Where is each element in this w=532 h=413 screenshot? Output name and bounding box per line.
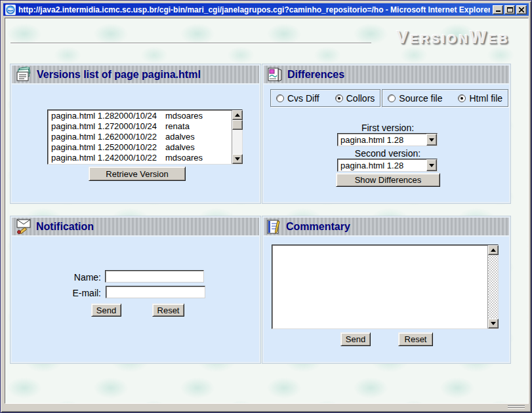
- version-row[interactable]: pagina.html 1.27 2000/10/24 renata: [49, 121, 231, 132]
- first-version-dropdown-button[interactable]: [426, 134, 437, 146]
- second-version-value: pagina.html 1.28: [338, 161, 426, 170]
- differences-panel-body: Cvs Diff Collors Source file Html file F…: [264, 86, 509, 202]
- scroll-up-button[interactable]: [232, 110, 243, 120]
- retrieve-version-button[interactable]: Retrieve Version: [89, 167, 186, 181]
- differences-panel-header: Differences: [264, 66, 509, 85]
- version-date: 2000/10/22: [114, 153, 165, 163]
- version-date: 2000/10/24: [114, 121, 165, 132]
- minimize-icon: [496, 10, 501, 12]
- arrow-down-icon: [235, 157, 240, 161]
- commentary-reset-button[interactable]: Reset: [398, 332, 433, 346]
- notification-panel-body: Name: E-mail: Send Reset: [12, 238, 259, 362]
- arrow-up-icon: [235, 113, 240, 117]
- internet-explorer-icon: [5, 5, 16, 15]
- close-icon: [519, 7, 524, 12]
- close-button[interactable]: [516, 5, 527, 14]
- notification-panel: Notification Name: E-mail: Send Reset: [10, 216, 260, 363]
- commentary-send-button[interactable]: Send: [340, 332, 371, 346]
- version-date: 2000/10/22: [114, 142, 165, 153]
- page-content: VersionWeb Versions list of page pagina.…: [5, 18, 529, 404]
- versions-scrollbar[interactable]: [232, 110, 242, 164]
- version-file: pagina.html 1.28: [51, 111, 114, 121]
- version-user: mdsoares: [165, 153, 231, 163]
- notification-mail-icon: [15, 219, 31, 234]
- notification-panel-header: Notification: [12, 218, 259, 237]
- version-user: adalves: [165, 142, 231, 153]
- arrow-up-icon: [491, 248, 496, 252]
- arrow-down-icon: [491, 322, 496, 325]
- commentary-panel-body: Send Reset: [264, 238, 509, 362]
- radio-html-file-label: Html file: [469, 93, 502, 104]
- chevron-down-icon: [429, 164, 434, 167]
- commentary-textarea-frame: [272, 245, 499, 329]
- title-bar[interactable]: http://java2.intermidia.icmc.sc.usp.br/c…: [3, 3, 529, 16]
- diff-mode-group: Cvs Diff Collors: [270, 89, 380, 107]
- version-row[interactable]: pagina.html 1.26 2000/10/22 adalves: [49, 132, 231, 142]
- version-row[interactable]: pagina.html 1.25 2000/10/22 adalves: [49, 142, 231, 153]
- maximize-icon: [507, 7, 513, 12]
- version-file: pagina.html 1.25: [51, 142, 114, 153]
- commentary-textarea[interactable]: [273, 246, 487, 328]
- scroll-down-button[interactable]: [232, 154, 243, 164]
- versionweb-logo: VersionWeb: [396, 28, 510, 48]
- scroll-down-button[interactable]: [488, 319, 499, 328]
- window-controls: [493, 5, 527, 14]
- first-version-value: pagina.html 1.28: [338, 135, 426, 145]
- radio-html-file[interactable]: [458, 94, 466, 102]
- version-row[interactable]: pagina.html 1.28 2000/10/24 mdsoares: [49, 111, 231, 121]
- version-file: pagina.html 1.26: [51, 132, 114, 142]
- notification-send-button[interactable]: Send: [91, 304, 121, 317]
- version-row[interactable]: pagina.html 1.24 2000/10/22 mdsoares: [49, 153, 231, 163]
- second-version-select[interactable]: pagina.html 1.28: [337, 159, 438, 172]
- commentary-note-icon: [267, 219, 281, 235]
- email-label: E-mail:: [12, 288, 101, 298]
- version-date: 2000/10/24: [114, 111, 165, 121]
- notification-panel-title: Notification: [36, 221, 94, 233]
- versions-panel-body: pagina.html 1.28 2000/10/24 mdsoares pag…: [12, 86, 259, 202]
- maximize-button[interactable]: [504, 5, 515, 14]
- versions-listbox[interactable]: pagina.html 1.28 2000/10/24 mdsoares pag…: [47, 109, 243, 165]
- radio-source-file-label: Source file: [399, 93, 442, 104]
- radio-collors-label: Collors: [346, 93, 375, 104]
- commentary-scrollbar[interactable]: [487, 245, 498, 328]
- differences-picture-icon: [267, 67, 283, 83]
- first-version-label: First version:: [329, 123, 446, 133]
- radio-cvs-diff-label: Cvs Diff: [287, 93, 319, 104]
- scrollbar-thumb[interactable]: [232, 120, 243, 130]
- email-field[interactable]: [106, 286, 205, 298]
- name-label: Name:: [12, 272, 101, 283]
- version-user: adalves: [165, 132, 231, 142]
- diff-options: Cvs Diff Collors Source file Html file: [270, 89, 508, 107]
- header-rule: [10, 43, 371, 44]
- second-version-dropdown-button[interactable]: [426, 159, 437, 171]
- second-version-label: Second version:: [329, 148, 446, 159]
- first-version-select[interactable]: pagina.html 1.28: [337, 133, 438, 146]
- radio-source-file[interactable]: [388, 94, 396, 102]
- differences-panel-title: Differences: [287, 69, 344, 81]
- diff-output-group: Source file Html file: [382, 89, 508, 107]
- version-user: mdsoares: [165, 111, 231, 121]
- notification-reset-button[interactable]: Reset: [152, 304, 184, 317]
- radio-cvs-diff[interactable]: [276, 94, 284, 102]
- versions-list-rows: pagina.html 1.28 2000/10/24 mdsoares pag…: [49, 111, 231, 163]
- window-title: http://java2.intermidia.icmc.sc.usp.br/c…: [18, 5, 490, 14]
- differences-panel: Differences Cvs Diff Collors Source file: [262, 64, 510, 203]
- scroll-up-button[interactable]: [488, 245, 499, 255]
- versions-panel: Versions list of page pagina.html pagina…: [10, 64, 260, 203]
- version-user: renata: [165, 121, 231, 132]
- versions-panel-title: Versions list of page pagina.html: [37, 69, 201, 81]
- radio-collors[interactable]: [335, 94, 343, 102]
- version-file: pagina.html 1.27: [51, 121, 114, 132]
- versions-stack-icon: [15, 67, 32, 83]
- name-field[interactable]: [105, 270, 204, 283]
- browser-window: http://java2.intermidia.icmc.sc.usp.br/c…: [0, 0, 532, 413]
- versions-panel-header: Versions list of page pagina.html: [12, 66, 259, 85]
- window-resize-grip[interactable]: [508, 405, 525, 409]
- version-date: 2000/10/22: [114, 132, 165, 142]
- show-differences-button[interactable]: Show Differences: [336, 173, 440, 187]
- minimize-button[interactable]: [493, 5, 503, 14]
- commentary-panel-header: Commentary: [264, 218, 509, 237]
- version-file: pagina.html 1.24: [51, 153, 114, 163]
- commentary-panel-title: Commentary: [286, 221, 350, 233]
- chevron-down-icon: [429, 138, 434, 142]
